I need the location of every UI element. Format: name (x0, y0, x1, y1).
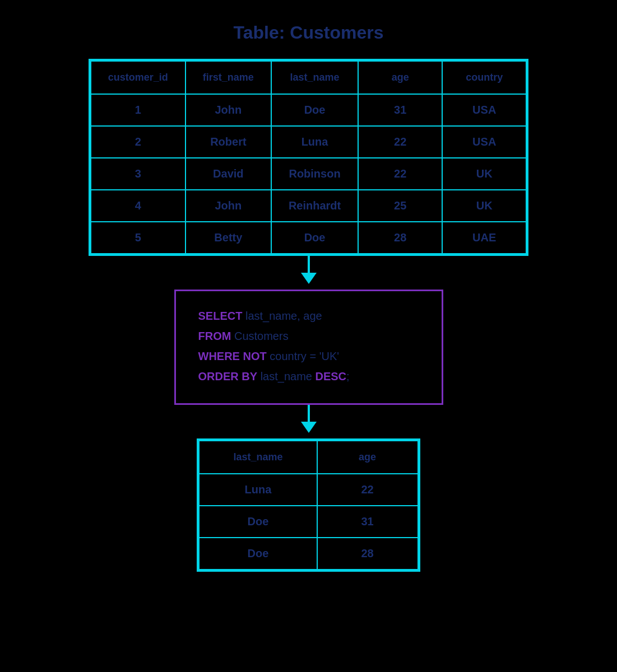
table-row: 3DavidRobinson22UK (91, 158, 526, 190)
sql-line-1: SELECT last_name, age (198, 307, 419, 325)
cell-country: UK (442, 158, 526, 190)
cell-country: USA (442, 94, 526, 126)
result-cell-age: 31 (317, 506, 418, 538)
sql-text-4: last_name (257, 370, 315, 382)
cell-customer_id: 2 (91, 126, 185, 158)
cell-last_name: Robinson (271, 158, 358, 190)
col-header-last-name: last_name (271, 61, 358, 94)
cell-customer_id: 4 (91, 190, 185, 222)
cell-last_name: Reinhardt (271, 190, 358, 222)
cell-first_name: Robert (185, 126, 271, 158)
cell-age: 25 (358, 190, 442, 222)
col-header-age: age (358, 61, 442, 94)
cell-last_name: Luna (271, 126, 358, 158)
table-row: 4JohnReinhardt25UK (91, 190, 526, 222)
sql-box: SELECT last_name, age FROM Customers WHE… (174, 290, 443, 405)
page-title: Table: Customers (234, 22, 384, 43)
result-cell-last_name: Doe (199, 506, 317, 538)
sql-text-3: country = 'UK' (267, 350, 339, 362)
cell-age: 22 (358, 158, 442, 190)
sql-text-1: last_name, age (242, 310, 322, 322)
cell-first_name: John (185, 190, 271, 222)
result-cell-age: 22 (317, 474, 418, 506)
table-row: 1JohnDoe31USA (91, 94, 526, 126)
cell-customer_id: 1 (91, 94, 185, 126)
result-table: last_name age Luna22Doe31Doe28 (198, 440, 418, 570)
cell-age: 22 (358, 126, 442, 158)
sql-keyword-from: FROM (198, 330, 231, 342)
result-col-header-age: age (317, 441, 418, 474)
cell-customer_id: 5 (91, 222, 185, 254)
sql-keyword-where-not: WHERE NOT (198, 350, 267, 362)
sql-keyword-order-by: ORDER BY (198, 370, 258, 382)
cell-age: 28 (358, 222, 442, 254)
cell-country: UAE (442, 222, 526, 254)
result-table-wrapper: last_name age Luna22Doe31Doe28 (197, 438, 420, 572)
page-container: Table: Customers customer_id first_name … (0, 0, 617, 672)
sql-line-4: ORDER BY last_name DESC; (198, 367, 419, 385)
result-cell-last_name: Luna (199, 474, 317, 506)
table-row: 2RobertLuna22USA (91, 126, 526, 158)
cell-first_name: John (185, 94, 271, 126)
cell-customer_id: 3 (91, 158, 185, 190)
col-header-country: country (442, 61, 526, 94)
sql-line-3: WHERE NOT country = 'UK' (198, 347, 419, 365)
col-header-first-name: first_name (185, 61, 271, 94)
sql-line-2: FROM Customers (198, 327, 419, 345)
cell-last_name: Doe (271, 222, 358, 254)
cell-first_name: Betty (185, 222, 271, 254)
result-col-header-last-name: last_name (199, 441, 317, 474)
cell-country: USA (442, 126, 526, 158)
sql-text-2: Customers (231, 330, 288, 342)
result-table-header-row: last_name age (199, 441, 417, 474)
sql-text-end: ; (346, 370, 350, 382)
result-cell-last_name: Doe (199, 538, 317, 570)
result-cell-age: 28 (317, 538, 418, 570)
table-row: Doe28 (199, 538, 417, 570)
cell-country: UK (442, 190, 526, 222)
sql-keyword-desc: DESC (315, 370, 346, 382)
customers-table: customer_id first_name last_name age cou… (90, 60, 527, 254)
col-header-customer-id: customer_id (91, 61, 185, 94)
table-row: Luna22 (199, 474, 417, 506)
customers-table-wrapper: customer_id first_name last_name age cou… (89, 59, 528, 256)
cell-age: 31 (358, 94, 442, 126)
cell-first_name: David (185, 158, 271, 190)
table-row: Doe31 (199, 506, 417, 538)
table-row: 5BettyDoe28UAE (91, 222, 526, 254)
cell-last_name: Doe (271, 94, 358, 126)
sql-keyword-select: SELECT (198, 310, 243, 322)
customers-table-header-row: customer_id first_name last_name age cou… (91, 61, 526, 94)
